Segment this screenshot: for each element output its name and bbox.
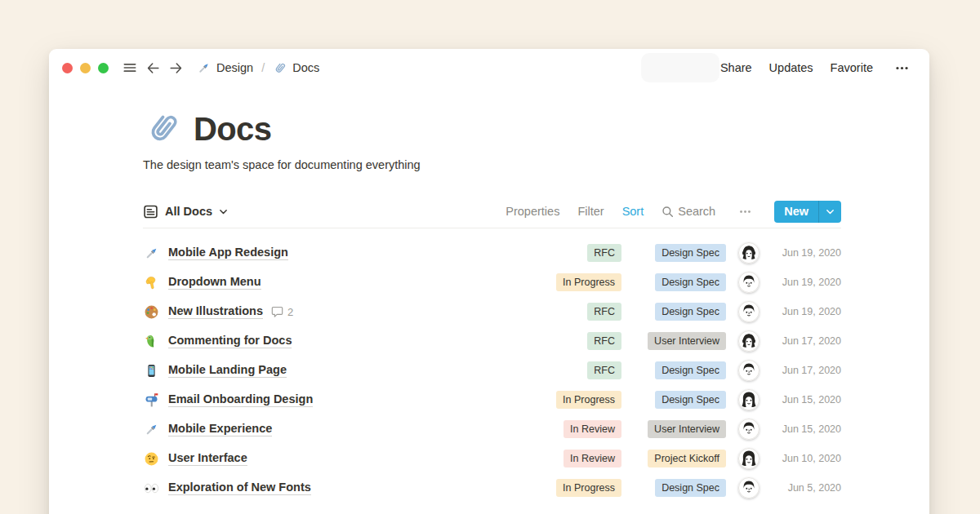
row-properties: RFCUser InterviewJun 17, 2020	[538, 330, 841, 352]
forward-button[interactable]	[166, 58, 185, 78]
titlebar-actions: Share Updates Favorite	[720, 58, 913, 78]
page-title[interactable]: Docs	[194, 110, 271, 148]
chevron-down-icon	[219, 207, 228, 216]
type-cell[interactable]: Design Spec	[633, 391, 726, 409]
date-cell[interactable]: Jun 19, 2020	[769, 306, 841, 317]
view-label: All Docs	[165, 205, 212, 218]
eyes-icon	[143, 481, 159, 496]
comment-count[interactable]: 2	[271, 306, 293, 318]
page-link[interactable]: Commenting for Docs	[168, 334, 292, 348]
filter-button[interactable]: Filter	[577, 205, 604, 218]
type-cell[interactable]: Design Spec	[633, 303, 726, 321]
page-link[interactable]: New Illustrations	[168, 304, 263, 319]
back-button[interactable]	[143, 58, 163, 78]
view-switcher[interactable]: All Docs	[143, 204, 228, 219]
date-cell[interactable]: Jun 15, 2020	[769, 394, 841, 405]
page-link[interactable]: Dropdown Menu	[168, 275, 261, 290]
table-row[interactable]: Mobile ExperienceIn ReviewUser Interview…	[143, 414, 841, 444]
date-cell[interactable]: Jun 5, 2020	[769, 482, 841, 494]
page-link[interactable]: Mobile Landing Page	[168, 363, 287, 378]
status-cell[interactable]: In Review	[538, 450, 621, 467]
avatar-man[interactable]	[738, 360, 760, 381]
avatar-man[interactable]	[738, 419, 760, 440]
status-cell[interactable]: In Review	[538, 420, 621, 438]
type-cell[interactable]: User Interview	[633, 332, 726, 350]
status-tag: In Progress	[556, 479, 621, 497]
table-view-icon	[143, 204, 158, 219]
new-dropdown-button[interactable]	[818, 201, 841, 223]
page-description[interactable]: The design team's space for documenting …	[143, 158, 841, 171]
date-cell[interactable]: Jun 15, 2020	[769, 423, 841, 435]
table-row[interactable]: User InterfaceIn ReviewProject KickoffJu…	[143, 444, 841, 473]
type-tag: Design Spec	[655, 361, 726, 379]
status-cell[interactable]: RFC	[538, 361, 621, 379]
avatar-woman[interactable]	[738, 389, 760, 410]
sidebar-menu-button[interactable]	[120, 58, 140, 78]
hamburger-icon	[122, 60, 138, 76]
avatar-man[interactable]	[738, 477, 760, 498]
breadcrumb-label: Docs	[292, 61, 319, 74]
new-button[interactable]: New	[774, 201, 818, 223]
type-tag: Design Spec	[655, 479, 726, 497]
toolbar-more-button[interactable]	[735, 202, 755, 221]
window-controls	[62, 63, 109, 73]
breadcrumb-separator: /	[261, 61, 265, 74]
status-cell[interactable]: RFC	[538, 244, 621, 262]
type-cell[interactable]: Design Spec	[633, 273, 726, 291]
date-cell[interactable]: Jun 17, 2020	[769, 335, 841, 347]
table-row[interactable]: Mobile App RedesignRFCDesign SpecJun 19,…	[143, 238, 841, 268]
breadcrumb-item-docs[interactable]: Docs	[270, 60, 323, 77]
table-row[interactable]: Exploration of New FontsIn ProgressDesig…	[143, 473, 841, 503]
table-row[interactable]: Commenting for DocsRFCUser InterviewJun …	[143, 326, 841, 356]
table-row[interactable]: New Illustrations2RFCDesign SpecJun 19, …	[143, 297, 841, 326]
type-cell[interactable]: Design Spec	[633, 479, 726, 497]
date-cell[interactable]: Jun 17, 2020	[769, 365, 841, 376]
table-row[interactable]: Mobile Landing PageRFCDesign SpecJun 17,…	[143, 356, 841, 385]
row-properties: RFCDesign SpecJun 19, 2020	[538, 301, 841, 322]
status-cell[interactable]: In Progress	[538, 273, 621, 291]
type-cell[interactable]: Project Kickoff	[633, 450, 726, 467]
minimize-window-button[interactable]	[80, 63, 91, 73]
more-options-button[interactable]	[892, 58, 911, 78]
paintbrush-icon	[143, 422, 159, 437]
arrow-left-icon	[145, 60, 161, 76]
row-properties: RFCDesign SpecJun 17, 2020	[538, 360, 841, 381]
type-cell[interactable]: Design Spec	[633, 361, 726, 379]
titlebar: Design / Docs Share Updates Favorite	[49, 49, 929, 86]
status-cell[interactable]: RFC	[538, 332, 621, 350]
zoom-window-button[interactable]	[98, 63, 109, 73]
share-button[interactable]: Share	[720, 61, 752, 74]
table-row[interactable]: Email Onboarding DesignIn ProgressDesign…	[143, 385, 841, 414]
updates-button[interactable]: Updates	[769, 61, 813, 74]
status-cell[interactable]: RFC	[538, 303, 621, 321]
avatar-woman-headphones[interactable]	[738, 242, 760, 264]
type-cell[interactable]: Design Spec	[633, 244, 726, 262]
paperclip-icon[interactable]	[143, 109, 181, 148]
avatar-man[interactable]	[738, 301, 760, 322]
breadcrumb-item-design[interactable]: Design	[194, 60, 256, 77]
favorite-button[interactable]: Favorite	[831, 61, 873, 74]
status-tag: In Progress	[556, 391, 621, 409]
type-cell[interactable]: User Interview	[633, 420, 726, 438]
notion-window: Design / Docs Share Updates Favorite Doc…	[49, 49, 929, 514]
avatar-woman[interactable]	[738, 448, 760, 469]
page-link[interactable]: Email Onboarding Design	[168, 392, 313, 407]
avatar-man[interactable]	[738, 272, 760, 293]
properties-button[interactable]: Properties	[506, 205, 559, 218]
search-button[interactable]: Search	[662, 205, 715, 218]
search-icon	[662, 206, 674, 218]
page-link[interactable]: User Interface	[168, 451, 247, 466]
table-row[interactable]: Dropdown MenuIn ProgressDesign SpecJun 1…	[143, 268, 841, 297]
status-cell[interactable]: In Progress	[538, 479, 621, 497]
avatar-woman-headphones[interactable]	[738, 330, 760, 352]
sort-button[interactable]: Sort	[622, 205, 644, 218]
type-tag: Project Kickoff	[648, 450, 726, 467]
page-link[interactable]: Mobile App Redesign	[168, 246, 288, 260]
date-cell[interactable]: Jun 10, 2020	[769, 453, 841, 464]
close-window-button[interactable]	[62, 63, 73, 73]
page-link[interactable]: Mobile Experience	[168, 422, 272, 436]
page-link[interactable]: Exploration of New Fonts	[168, 481, 311, 495]
date-cell[interactable]: Jun 19, 2020	[769, 277, 841, 288]
status-cell[interactable]: In Progress	[538, 391, 621, 409]
date-cell[interactable]: Jun 19, 2020	[769, 247, 841, 259]
